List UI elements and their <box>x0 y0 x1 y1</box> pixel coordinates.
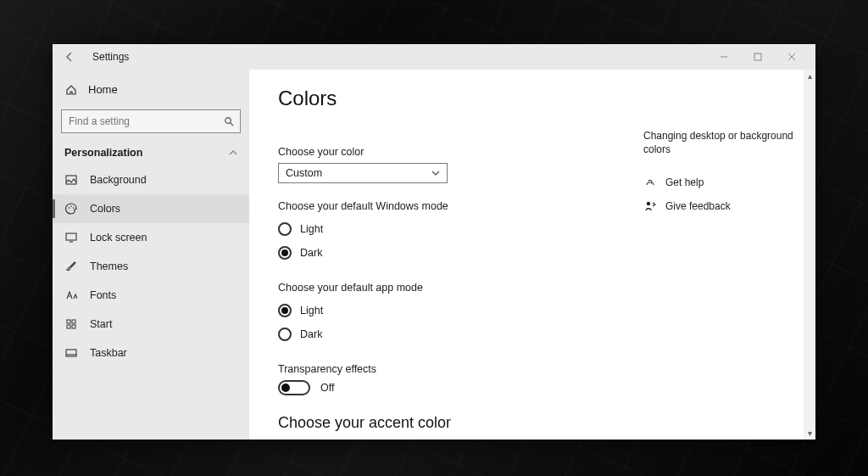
radio-icon <box>278 328 292 341</box>
windows-mode-label: Choose your default Windows mode <box>278 200 621 212</box>
svg-rect-6 <box>66 233 76 240</box>
sidebar-section-header: Personalization <box>53 147 249 165</box>
right-panel: Changing desktop or background colors Ge… <box>638 70 804 440</box>
help-link[interactable]: Get help <box>643 176 793 188</box>
scroll-up-icon[interactable]: ▴ <box>808 71 812 81</box>
radio-icon <box>278 222 292 236</box>
app-mode-label: Choose your default app mode <box>278 282 621 294</box>
svg-point-3 <box>69 207 70 209</box>
font-icon <box>64 290 78 300</box>
svg-rect-9 <box>67 325 70 328</box>
transparency-section: Transparency effects Off <box>278 363 621 395</box>
scroll-down-icon[interactable]: ▾ <box>808 428 812 438</box>
sidebar-item-label: Themes <box>90 260 128 272</box>
sidebar-item-label: Start <box>90 318 112 330</box>
home-link[interactable]: Home <box>53 78 249 101</box>
monitor-icon <box>64 232 78 243</box>
svg-rect-7 <box>67 320 70 323</box>
feedback-label: Give feedback <box>665 200 731 212</box>
vertical-scrollbar[interactable]: ▴ ▾ <box>804 70 815 440</box>
sidebar-item-background[interactable]: Background <box>53 165 249 194</box>
maximize-icon[interactable] <box>741 44 775 70</box>
feedback-link[interactable]: Give feedback <box>643 200 793 212</box>
sidebar-item-colors[interactable]: Colors <box>53 194 249 223</box>
radio-label: Light <box>300 223 323 235</box>
window-title: Settings <box>92 51 129 63</box>
sidebar-item-start[interactable]: Start <box>53 310 249 339</box>
titlebar: Settings <box>53 44 815 70</box>
windows-mode-section: Choose your default Windows mode Light D… <box>278 200 621 265</box>
tip-text: Changing desktop or background colors <box>643 129 793 156</box>
transparency-label: Transparency effects <box>278 363 621 375</box>
content-area: Colors Choose your color Custom Choose y… <box>249 70 815 440</box>
sidebar: Home Personalization Background <box>53 70 249 440</box>
help-icon <box>643 176 657 188</box>
svg-rect-8 <box>72 320 75 323</box>
app-mode-dark[interactable]: Dark <box>278 322 621 346</box>
chevron-down-icon <box>431 169 440 177</box>
sidebar-item-label: Colors <box>90 203 120 215</box>
sidebar-item-label: Background <box>90 174 147 186</box>
page-title: Colors <box>278 87 621 110</box>
svg-rect-10 <box>72 325 75 328</box>
chevron-up-icon <box>229 148 237 157</box>
home-label: Home <box>88 83 118 96</box>
radio-selected-icon <box>278 246 292 260</box>
sidebar-item-lock-screen[interactable]: Lock screen <box>53 223 249 252</box>
radio-label: Dark <box>300 328 322 340</box>
help-label: Get help <box>665 176 704 188</box>
main-panel: Colors Choose your color Custom Choose y… <box>249 70 638 440</box>
choose-color-section: Choose your color Custom <box>278 146 621 183</box>
choose-color-label: Choose your color <box>278 146 621 158</box>
image-icon <box>64 175 78 185</box>
radio-label: Dark <box>300 247 322 259</box>
home-icon <box>64 84 78 96</box>
search-icon <box>224 116 234 126</box>
close-icon[interactable] <box>775 44 809 70</box>
radio-label: Light <box>300 305 323 316</box>
minimize-icon[interactable] <box>707 44 741 70</box>
app-mode-light[interactable]: Light <box>278 299 621 322</box>
sidebar-item-themes[interactable]: Themes <box>53 252 249 281</box>
svg-point-12 <box>647 202 650 205</box>
sidebar-item-label: Fonts <box>90 289 116 301</box>
windows-mode-light[interactable]: Light <box>278 217 621 241</box>
transparency-toggle[interactable] <box>278 380 310 395</box>
palette-icon <box>64 203 78 215</box>
feedback-icon <box>643 200 657 212</box>
sidebar-section-label: Personalization <box>64 147 142 159</box>
color-mode-value: Custom <box>286 167 322 179</box>
svg-point-5 <box>73 207 75 209</box>
grid-icon <box>64 319 78 329</box>
back-icon[interactable] <box>64 52 77 62</box>
search-box[interactable] <box>61 109 241 133</box>
search-input[interactable] <box>61 109 241 133</box>
sidebar-item-label: Taskbar <box>90 347 127 359</box>
sidebar-item-label: Lock screen <box>90 232 147 244</box>
svg-point-1 <box>225 118 231 124</box>
app-mode-section: Choose your default app mode Light Dark <box>278 282 621 346</box>
svg-point-4 <box>70 205 72 207</box>
accent-heading: Choose your accent color <box>278 414 621 432</box>
radio-selected-icon <box>278 304 292 317</box>
sidebar-nav: Background Colors Lock screen Themes Fon… <box>53 165 249 367</box>
windows-mode-dark[interactable]: Dark <box>278 241 621 265</box>
brush-icon <box>64 260 78 272</box>
svg-rect-0 <box>754 53 761 60</box>
transparency-state: Off <box>320 382 334 394</box>
sidebar-item-taskbar[interactable]: Taskbar <box>53 339 249 367</box>
settings-window: Settings Home Personalization <box>53 44 815 440</box>
taskbar-icon <box>64 349 78 357</box>
svg-rect-11 <box>66 350 76 356</box>
color-mode-dropdown[interactable]: Custom <box>278 163 448 183</box>
sidebar-item-fonts[interactable]: Fonts <box>53 281 249 310</box>
